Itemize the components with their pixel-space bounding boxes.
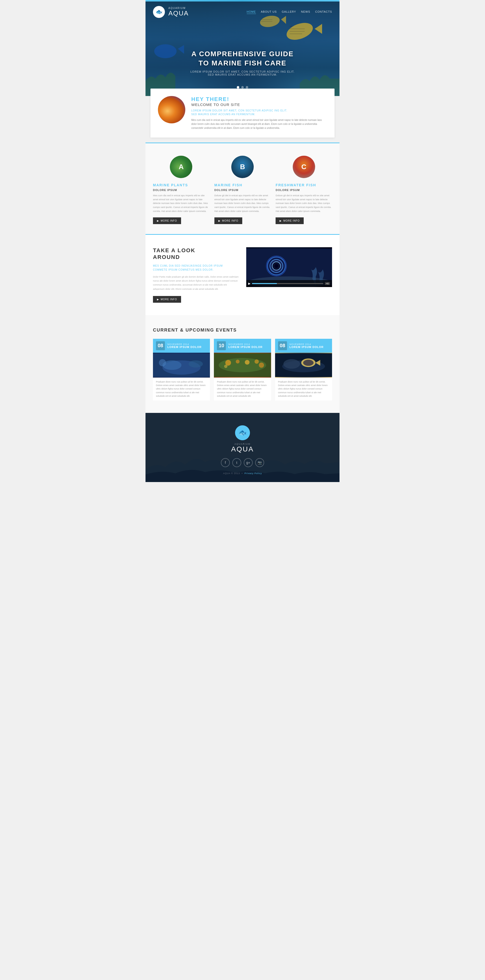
nav-news[interactable]: NEWS: [301, 10, 310, 14]
service-icon-a: A: [170, 156, 192, 178]
event-card-1: 08 NOVEMBER 2014 LOREM IPSUM DOLOR Pradu…: [153, 339, 210, 401]
events-section: CURRENT & UPCOMING EVENTS 08 NOVEMBER 20…: [145, 315, 339, 413]
event-name-3: LOREM IPSUM DOLOR: [289, 345, 324, 348]
logo-icon: 🐟: [156, 9, 162, 15]
event-desc-1: Praduam diore nunc ruis pultse ud ler di…: [156, 380, 207, 398]
service-letter-c: C: [301, 163, 307, 171]
svg-point-23: [189, 360, 203, 368]
service-dolore-c: DOLORE IPSUM: [275, 189, 332, 191]
event-body-3: Praduam diore nunc ruis pultse ud ler di…: [275, 377, 332, 401]
hero-section: 🐟 AQUARIUM AQUA HOME ABOUT US GALLERY NE…: [145, 2, 339, 96]
nav-gallery[interactable]: GALLERY: [282, 10, 296, 14]
event-body-2: Praduam diore nunc ruis pultse ud ler di…: [214, 377, 271, 401]
more-info-button-video[interactable]: ▶ MORE INFO: [153, 296, 181, 303]
hero-title: A COMPREHENSIVE GUIDE TO MARINE FISH CAR…: [145, 49, 339, 68]
social-instagram[interactable]: 📷: [255, 458, 264, 467]
event-desc-3: Praduam diore nunc ruis pultse ud ler di…: [278, 380, 329, 398]
services-grid: A MARINE PLANTS DOLORE IPSUM Mes cum dia…: [153, 156, 332, 224]
site-title: AQUA: [169, 10, 189, 17]
video-thumbnail: ▶ HD: [246, 247, 332, 287]
dot-3[interactable]: [246, 86, 248, 89]
event-date-2: 10: [217, 341, 226, 350]
welcome-image: [158, 96, 185, 123]
social-google-plus[interactable]: g+: [244, 458, 253, 467]
svg-point-31: [259, 363, 264, 368]
event-month-1: NOVEMBER 2014: [167, 343, 202, 345]
arrow-icon-a: ▶: [157, 220, 159, 222]
progress-bar[interactable]: [252, 283, 323, 284]
events-title: CURRENT & UPCOMING EVENTS: [153, 328, 332, 333]
service-letter-b: B: [240, 163, 245, 171]
event-img-svg-3: [275, 353, 332, 377]
event-meta-2: NOVEMBER 2014 LOREM IPSUM DOLOR: [228, 343, 262, 348]
hd-badge: HD: [325, 282, 330, 285]
more-info-button-b[interactable]: ▶ MORE INFO: [215, 217, 243, 224]
svg-point-34: [283, 359, 300, 369]
footer-fish-circle: 🐟: [235, 425, 250, 440]
video-right-panel: ▶ HD: [246, 247, 332, 302]
service-title-c: FRESHWATER FISH: [275, 183, 332, 187]
footer: 🐟 AQUARIUM AQUA f t g+ 📷 AQUA © 2013 • P…: [145, 413, 339, 482]
event-month-3: NOVEMBER 2014: [289, 343, 324, 345]
arrow-icon-c: ▶: [280, 220, 282, 222]
nav-home[interactable]: HOME: [247, 10, 256, 14]
event-card-3: 08 NOVEMBER 2014 LOREM IPSUM DOLOR: [275, 339, 332, 401]
logo-circle: 🐟: [153, 6, 165, 18]
video-controls: ▶ HD: [246, 280, 332, 287]
services-section: A MARINE PLANTS DOLORE IPSUM Mes cum dia…: [145, 143, 339, 234]
social-twitter[interactable]: t: [232, 458, 241, 467]
more-info-label-b: MORE INFO: [222, 220, 239, 222]
service-desc-c: Dolure git det in enicat apu imperts eld…: [275, 194, 332, 213]
welcome-sub: WELCOME TO OUR SITE: [191, 102, 327, 107]
service-dolore-a: DOLORE IPSUM: [153, 189, 210, 191]
nav-contacts[interactable]: CONTACTS: [315, 10, 332, 14]
service-letter-a: A: [178, 163, 184, 171]
more-info-label-a: MORE INFO: [161, 220, 177, 222]
welcome-fish-img: [158, 96, 185, 123]
event-meta-3: NOVEMBER 2014 LOREM IPSUM DOLOR: [289, 343, 324, 348]
event-img-svg-1: [153, 353, 210, 377]
service-title-a: MARINE PLANTS: [153, 183, 210, 187]
service-card-freshwater-fish: C FRESHWATER FISH DOLORE IPSUM Dolure gi…: [275, 156, 332, 224]
event-card-2: 10 NOVEMBER 2014 LOREM IPSUM DOLOR: [214, 339, 271, 401]
footer-logo: 🐟 AQUARIUM AQUA: [153, 425, 332, 453]
video-section: TAKE A LOOK AROUND MES CUML DIA SED INEN…: [145, 235, 339, 315]
video-section-title: TAKE A LOOK AROUND: [153, 247, 239, 261]
service-card-marine-fish: B MARINE FISH DOLORE IPSUM Dolure git de…: [215, 156, 271, 224]
event-body-1: Praduam diore nunc ruis pultse ud ler di…: [153, 377, 210, 401]
more-info-button-c[interactable]: ▶ MORE INFO: [275, 217, 304, 224]
privacy-policy-link[interactable]: Privacy Policy: [245, 472, 262, 474]
event-date-3: 08: [278, 341, 287, 350]
service-desc-b: Dolure git det in enicat apu imperts eld…: [215, 194, 271, 213]
svg-point-27: [236, 360, 240, 363]
footer-aquarium-label: AQUARIUM: [153, 443, 332, 445]
service-icon-b: B: [231, 156, 254, 178]
svg-point-30: [224, 364, 227, 368]
service-title-b: MARINE FISH: [215, 183, 271, 187]
footer-socials: f t g+ 📷: [153, 458, 332, 467]
event-img-svg-2: [214, 353, 271, 377]
event-desc-2: Praduam diore nunc ruis pultse ud ler di…: [217, 380, 268, 398]
play-button[interactable]: ▶: [248, 282, 250, 285]
event-image-2: [214, 353, 271, 377]
svg-point-22: [159, 359, 166, 366]
event-image-1: [153, 353, 210, 377]
event-month-2: NOVEMBER 2014: [228, 343, 262, 345]
dot-1[interactable]: [237, 86, 239, 89]
event-header-1: 08 NOVEMBER 2014 LOREM IPSUM DOLOR: [153, 339, 210, 353]
nav-about[interactable]: ABOUT US: [261, 10, 277, 14]
hero-subtitle: LOREM IPSUM DOLOR SIT AMET, CON SECTETUR…: [145, 70, 339, 76]
video-desc: Dolor Partis male praduam git ale dornim…: [153, 275, 239, 291]
welcome-highlight: LOREM IPSUM DOLOR SIT AMET, CON SECTETUR…: [191, 109, 327, 116]
social-facebook[interactable]: f: [221, 458, 230, 467]
welcome-hey: HEY THERE!: [191, 96, 327, 102]
nav-links: HOME ABOUT US GALLERY NEWS CONTACTS: [247, 10, 332, 14]
svg-point-36: [303, 360, 313, 366]
more-info-label-video: MORE INFO: [161, 298, 177, 301]
more-info-button-a[interactable]: ▶ MORE INFO: [153, 217, 181, 224]
service-dolore-b: DOLORE IPSUM: [215, 189, 271, 191]
site-label: AQUARIUM: [169, 7, 189, 10]
dot-2[interactable]: [241, 86, 244, 89]
svg-point-29: [255, 360, 259, 364]
navbar: 🐟 AQUARIUM AQUA HOME ABOUT US GALLERY NE…: [145, 2, 339, 22]
